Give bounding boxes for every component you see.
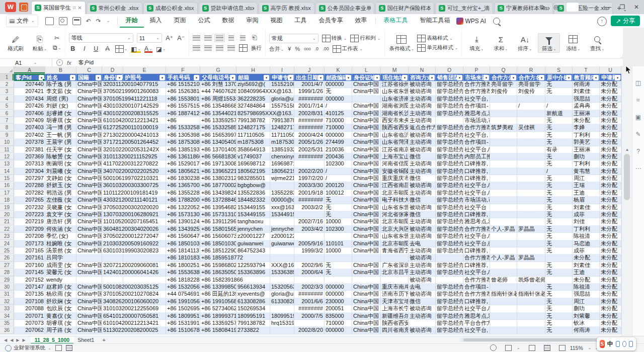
cell-L13[interactable]: China中国 (352, 160, 381, 167)
header-cell-M[interactable]: 现住地址▾ (381, 74, 409, 81)
font-color-button[interactable]: A⌄ (144, 45, 152, 53)
cell-E29[interactable] (123, 277, 166, 283)
column-header-U[interactable]: U (600, 66, 621, 73)
row-header-20[interactable]: 20 (0, 211, 14, 218)
search-icon[interactable] (493, 18, 500, 25)
cell-I31[interactable]: gloria@uk( (270, 291, 294, 297)
cell-K3[interactable]: 无 (325, 88, 352, 95)
cell-O33[interactable]: 留学总经办 (436, 305, 463, 312)
cell-O10[interactable]: 留学总经办 (436, 139, 463, 145)
cell-K10[interactable]: 274499 (325, 139, 352, 145)
cell-R2[interactable]: 亮哥留学 (517, 81, 545, 87)
cell-A11[interactable]: 207381 (14, 146, 45, 153)
cell-R31[interactable]: 指南针张老 (517, 291, 545, 297)
align-top-icon[interactable] (193, 34, 201, 42)
cell-C13[interactable]: China中国 (76, 160, 102, 167)
row-header-5[interactable]: 5 (0, 103, 14, 109)
menu-tab-会员专享[interactable]: 会员专享 (313, 14, 349, 28)
cell-K7[interactable]: 710000 (325, 117, 352, 124)
cell-H36[interactable]: 2733822 (236, 327, 270, 333)
cell-L29[interactable] (352, 277, 381, 283)
cell-I29[interactable] (270, 277, 294, 283)
decrease-font-icon[interactable]: A⁻ (177, 34, 185, 42)
column-header-J[interactable]: J (294, 66, 325, 73)
cell-A18[interactable]: 207265 (14, 197, 45, 203)
cell-J20[interactable] (294, 211, 325, 218)
cell-G4[interactable]: +86 周煜155380 (200, 96, 236, 102)
cell-C5[interactable]: China中国 (76, 103, 102, 109)
cell-T33[interactable]: 蒯玏 (573, 305, 600, 312)
cell-B8[interactable]: 冯一博 (男 (45, 124, 76, 131)
cell-C15[interactable]: China中国 (76, 175, 102, 182)
close-tab-icon[interactable]: ✕ (77, 5, 82, 11)
cell-L19[interactable]: China中国 (352, 204, 381, 211)
cell-K31[interactable]: 000000 (325, 291, 352, 297)
cell-I7[interactable]: 799138782 (270, 117, 294, 124)
cell-J4[interactable]: ######## (294, 96, 325, 102)
header-cell-E[interactable]: 护照号▾ (123, 74, 166, 81)
cell-D2[interactable]: 320311200104077915 (102, 81, 123, 87)
cell-O35[interactable]: 留学总经办 (436, 320, 463, 326)
wrap-button[interactable]: 换行 (251, 45, 262, 52)
cell-O12[interactable]: 留学总经办 (436, 153, 463, 160)
cell-K20[interactable]: 无 (325, 211, 352, 218)
cell-S32[interactable]: 无 (545, 298, 573, 305)
cell-R24[interactable] (517, 240, 545, 247)
cell-Q31[interactable]: 指南针张老 (490, 291, 517, 297)
cell-B35[interactable]: 胡睿琪 (女 (45, 320, 76, 326)
cell-A30[interactable]: 207147 (14, 284, 45, 290)
cell-F32[interactable]: +86 19910568 (166, 298, 200, 305)
cell-I36[interactable] (270, 327, 294, 333)
cell-J6[interactable]: 2002/8/31 (294, 110, 325, 117)
cell-J35[interactable] (294, 320, 325, 326)
thousand-icon[interactable]: 000 (304, 47, 310, 51)
cell-M27[interactable]: 广东省深圳 (381, 262, 409, 269)
cell-P18[interactable]: 市场活动,市 (463, 197, 490, 203)
cell-F17[interactable]: +86 13552283 (166, 190, 200, 196)
cell-P32[interactable]: 口碑推荐, (463, 298, 490, 305)
file-tab-1[interactable]: S常州公积金 .xlsx (87, 2, 142, 14)
cell-M16[interactable]: 江西省南昌 (381, 182, 409, 189)
cell-H15[interactable]: 983285501 (236, 175, 270, 182)
cell-C11[interactable]: China中国 (76, 146, 102, 153)
cell-A31[interactable]: 207135 (14, 291, 45, 297)
cell-Q8[interactable]: 筑梦美程 (490, 124, 517, 131)
cell-P4[interactable]: 社交平台, (463, 96, 490, 102)
sheet-tab-active[interactable]: 11_28_5_1000 (31, 336, 74, 344)
cell-Q22[interactable]: 个人-罗晶 (490, 226, 517, 232)
sogou-logo-icon[interactable]: S (600, 340, 605, 348)
cell-J33[interactable]: ######## (294, 305, 325, 312)
cell-L30[interactable]: China中国 (352, 284, 381, 290)
cell-D22[interactable]: 360481200304020026 (102, 226, 123, 232)
cell-O9[interactable]: 留学总经办 (436, 132, 463, 138)
file-tab-6[interactable]: S国任财产保险样本. (375, 2, 434, 14)
cell-U36[interactable]: 未分配 (600, 327, 621, 333)
cell-P10[interactable]: 合作项目- (463, 139, 490, 145)
cell-U8[interactable]: 未分配 (600, 124, 621, 131)
row-header-11[interactable]: 11 (0, 146, 14, 153)
cell-C4[interactable]: China中国 (76, 96, 102, 102)
cell-B3[interactable]: 李文茹 (女 (45, 88, 76, 95)
cell-U28[interactable]: 未分配 (600, 269, 621, 276)
cell-Q29[interactable]: 曾老师 (490, 277, 517, 283)
row-header-35[interactable]: 35 (0, 320, 14, 326)
cell-U18[interactable]: 未分配 (600, 197, 621, 203)
cell-A14[interactable]: 207304 (14, 168, 45, 174)
cell-S30[interactable]: 无 (545, 284, 573, 290)
cell-I27[interactable]: XXX@163.( (270, 262, 294, 269)
cell-C29[interactable] (76, 277, 102, 283)
cell-K24[interactable]: 110101 (325, 240, 352, 247)
cell-M10[interactable]: 山东省菏泽 (381, 139, 409, 145)
cell-R25[interactable] (517, 247, 545, 254)
cell-F8[interactable]: +86 15332585 (166, 124, 200, 131)
cell-H22[interactable]: jennychen (236, 226, 270, 232)
cell-A21[interactable]: 207219 (14, 218, 45, 225)
row-header-17[interactable]: 17 (0, 190, 14, 196)
cell-P6[interactable]: 雅思考点,雅 (463, 110, 490, 117)
cell-Q13[interactable] (490, 160, 517, 167)
row-header-15[interactable]: 15 (0, 175, 14, 182)
cell-I9[interactable]: 117110505 (270, 132, 294, 138)
cell-R27[interactable] (517, 262, 545, 269)
cell-B10[interactable]: 王晨宇 (男 (45, 139, 76, 145)
cell-K35[interactable]: 710000 (325, 320, 352, 326)
